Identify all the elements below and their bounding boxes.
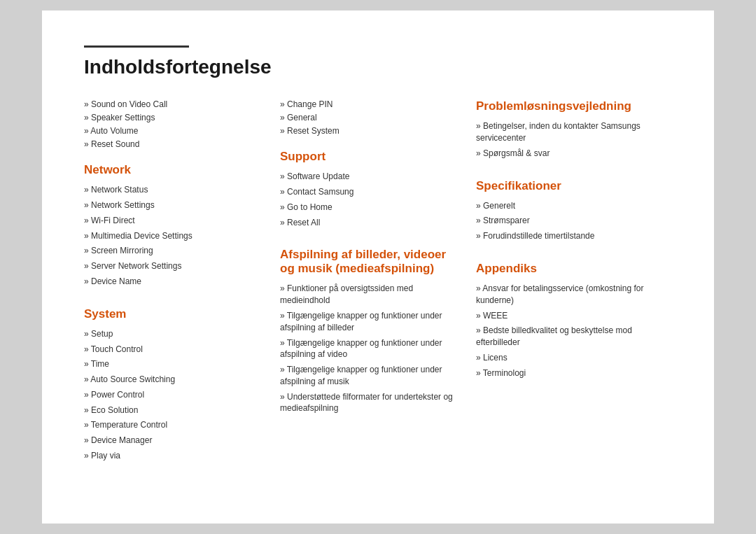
list-item[interactable]: Screen Mirroring — [84, 245, 266, 257]
section-title-network[interactable]: Network — [84, 163, 266, 177]
list-item[interactable]: Multimedia Device Settings — [84, 230, 266, 242]
list-item[interactable]: Bedste billedkvalitet og beskyttelse mod… — [476, 325, 658, 349]
list-item[interactable]: Setup — [84, 328, 266, 340]
list-item[interactable]: Betingelser, inden du kontakter Samsungs… — [476, 120, 658, 144]
list-item[interactable]: Spørgsmål & svar — [476, 148, 658, 160]
list-item[interactable]: General — [280, 113, 462, 122]
list-item[interactable]: Temperature Control — [84, 419, 266, 431]
list-item[interactable]: Reset All — [280, 217, 462, 229]
list-item[interactable]: Go to Home — [280, 202, 462, 213]
list-item[interactable]: Ansvar for betalingsservice (omkostning … — [476, 283, 658, 307]
column-3: Problemløsningsvejledning Betingelser, i… — [476, 99, 672, 482]
list-item[interactable]: Contact Samsung — [280, 186, 462, 198]
section-network: Network Network StatusNetwork SettingsWi… — [84, 163, 266, 288]
list-item[interactable]: Wi-Fi Direct — [84, 215, 266, 227]
list-item[interactable]: Device Name — [84, 276, 266, 288]
list-item[interactable]: Licens — [476, 352, 658, 364]
content-grid: Sound on Video CallSpeaker SettingsAuto … — [84, 99, 672, 482]
section-items-problemlosning: Betingelser, inden du kontakter Samsungs… — [476, 120, 658, 159]
intro-items-col2: Change PINGeneralReset System — [280, 99, 462, 136]
list-item[interactable]: Tilgængelige knapper og funktioner under… — [280, 310, 462, 334]
list-item[interactable]: Sound on Video Call — [84, 99, 266, 109]
section-items-appendiks: Ansvar for betalingsservice (omkostning … — [476, 283, 658, 379]
section-support: Support Software UpdateContact SamsungGo… — [280, 150, 462, 228]
section-title-support[interactable]: Support — [280, 150, 462, 164]
list-item[interactable]: Funktioner på oversigtssiden med mediein… — [280, 283, 462, 307]
list-item[interactable]: Eco Solution — [84, 405, 266, 416]
list-item[interactable]: Power Control — [84, 389, 266, 401]
section-problemlosning: Problemløsningsvejledning Betingelser, i… — [476, 99, 658, 159]
list-item[interactable]: Tilgængelige knapper og funktioner under… — [280, 337, 462, 361]
list-item[interactable]: Play via — [84, 450, 266, 462]
list-item[interactable]: Network Settings — [84, 199, 266, 211]
list-item[interactable]: Reset System — [280, 126, 462, 136]
section-title-appendiks[interactable]: Appendiks — [476, 262, 658, 276]
section-title-specifikationer[interactable]: Specifikationer — [476, 179, 658, 193]
list-item[interactable]: Understøttede filformater for undertekst… — [280, 391, 462, 415]
list-item[interactable]: Reset Sound — [84, 139, 266, 149]
intro-items-col1: Sound on Video CallSpeaker SettingsAuto … — [84, 99, 266, 149]
list-item[interactable]: Forudindstillede timertilstande — [476, 230, 658, 242]
list-item[interactable]: Time — [84, 358, 266, 370]
section-items-support: Software UpdateContact SamsungGo to Home… — [280, 171, 462, 228]
list-item[interactable]: Change PIN — [280, 99, 462, 109]
section-items-media: Funktioner på oversigtssiden med mediein… — [280, 283, 462, 414]
list-item[interactable]: Speaker Settings — [84, 113, 266, 122]
list-item[interactable]: Server Network Settings — [84, 260, 266, 272]
section-title-problemlosning[interactable]: Problemløsningsvejledning — [476, 99, 658, 113]
section-title-system[interactable]: System — [84, 307, 266, 321]
page-container: Indholdsfortegnelse Sound on Video CallS… — [42, 10, 714, 524]
list-item[interactable]: Auto Volume — [84, 126, 266, 136]
list-item[interactable]: Network Status — [84, 184, 266, 196]
column-2: Change PINGeneralReset System Support So… — [280, 99, 476, 482]
page-title: Indholdsfortegnelse — [84, 56, 672, 78]
section-title-media[interactable]: Afspilning af billeder, videoer og musik… — [280, 248, 462, 276]
section-specifikationer: Specifikationer GenereltStrømsparerForud… — [476, 179, 658, 242]
column-1: Sound on Video CallSpeaker SettingsAuto … — [84, 99, 280, 482]
section-items-specifikationer: GenereltStrømsparerForudindstillede time… — [476, 200, 658, 242]
list-item[interactable]: Strømsparer — [476, 215, 658, 227]
list-item[interactable]: Device Manager — [84, 435, 266, 447]
list-item[interactable]: Auto Source Switching — [84, 374, 266, 386]
list-item[interactable]: Touch Control — [84, 344, 266, 356]
title-section: Indholdsfortegnelse — [84, 45, 672, 78]
list-item[interactable]: Tilgængelige knapper og funktioner under… — [280, 364, 462, 388]
section-media: Afspilning af billeder, videoer og musik… — [280, 248, 462, 414]
section-system: System SetupTouch ControlTimeAuto Source… — [84, 307, 266, 462]
list-item[interactable]: Generelt — [476, 200, 658, 212]
list-item[interactable]: Software Update — [280, 171, 462, 183]
section-items-system: SetupTouch ControlTimeAuto Source Switch… — [84, 328, 266, 462]
title-bar — [84, 45, 189, 48]
section-items-network: Network StatusNetwork SettingsWi-Fi Dire… — [84, 184, 266, 288]
list-item[interactable]: WEEE — [476, 310, 658, 322]
section-appendiks: Appendiks Ansvar for betalingsservice (o… — [476, 262, 658, 379]
list-item[interactable]: Terminologi — [476, 367, 658, 379]
